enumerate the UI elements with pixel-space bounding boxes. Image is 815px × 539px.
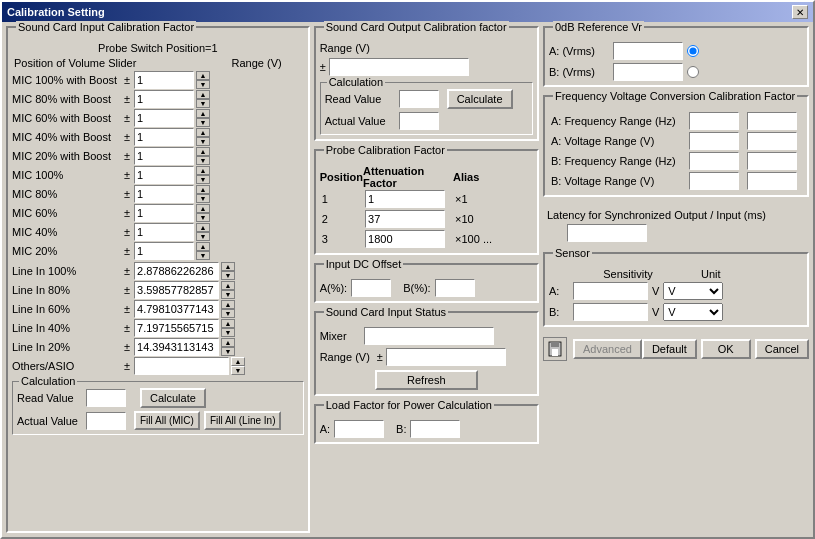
mic-value-3[interactable] <box>134 128 194 146</box>
output-range-value[interactable]: 2.79387831747 <box>329 58 469 76</box>
load-a-value[interactable]: 1 <box>334 420 384 438</box>
a-volt-v1[interactable]: 0 <box>689 132 739 150</box>
mic-spinner-8[interactable]: ▲ ▼ <box>196 223 210 241</box>
save-icon[interactable] <box>543 337 567 361</box>
b-freq-v2[interactable]: 10000 <box>747 152 797 170</box>
mic-spinner-3[interactable]: ▲ ▼ <box>196 128 210 146</box>
latency-value[interactable]: 5.07 <box>567 224 647 242</box>
probe-att-1[interactable] <box>365 210 445 228</box>
a-volt-v2[interactable]: 1 <box>747 132 797 150</box>
mic-value-1[interactable] <box>134 90 194 108</box>
line-spin-up-1[interactable]: ▲ <box>221 281 235 290</box>
mic-spin-up-8[interactable]: ▲ <box>196 223 210 232</box>
line-value-1[interactable] <box>134 281 219 299</box>
cancel-button[interactable]: Cancel <box>755 339 809 359</box>
odb-a-value[interactable]: 1e-005 <box>613 42 683 60</box>
ok-button[interactable]: OK <box>701 339 751 359</box>
calc-button[interactable]: Calculate <box>140 388 206 408</box>
actual-value-input[interactable]: 1 <box>86 412 126 430</box>
mic-value-2[interactable] <box>134 109 194 127</box>
mic-spin-up-4[interactable]: ▲ <box>196 147 210 156</box>
line-spinner-4[interactable]: ▲ ▼ <box>221 338 235 356</box>
fill-mic-button[interactable]: Fill All (MIC) <box>134 411 200 430</box>
mic-spinner-6[interactable]: ▲ ▼ <box>196 185 210 203</box>
refresh-button[interactable]: Refresh <box>375 370 478 390</box>
odb-b-value[interactable]: 1e-005 <box>613 63 683 81</box>
mic-spin-down-3[interactable]: ▼ <box>196 137 210 146</box>
mic-spinner-7[interactable]: ▲ ▼ <box>196 204 210 222</box>
line-spinner-2[interactable]: ▲ ▼ <box>221 300 235 318</box>
mic-spin-down-4[interactable]: ▼ <box>196 156 210 165</box>
mic-spinner-4[interactable]: ▲ ▼ <box>196 147 210 165</box>
mic-spin-down-8[interactable]: ▼ <box>196 232 210 241</box>
line-spin-up-0[interactable]: ▲ <box>221 262 235 271</box>
mic-spinner-5[interactable]: ▲ ▼ <box>196 166 210 184</box>
odb-a-radio[interactable] <box>687 45 699 57</box>
line-spinner-3[interactable]: ▲ ▼ <box>221 319 235 337</box>
mic-spinner-9[interactable]: ▲ ▼ <box>196 242 210 260</box>
mic-spin-down-0[interactable]: ▼ <box>196 80 210 89</box>
others-spin-up[interactable]: ▲ <box>231 357 245 366</box>
line-spin-down-4[interactable]: ▼ <box>221 347 235 356</box>
mic-value-4[interactable] <box>134 147 194 165</box>
mic-spin-down-9[interactable]: ▼ <box>196 251 210 260</box>
sensor-b-unit-select[interactable]: V <box>663 303 723 321</box>
mic-spin-up-2[interactable]: ▲ <box>196 109 210 118</box>
dc-a-value[interactable]: 0 <box>351 279 391 297</box>
mic-spin-up-6[interactable]: ▲ <box>196 185 210 194</box>
mic-spin-down-2[interactable]: ▼ <box>196 118 210 127</box>
sensor-a-unit-select[interactable]: V <box>663 282 723 300</box>
mic-value-7[interactable] <box>134 204 194 222</box>
others-spinner[interactable]: ▲ ▼ <box>231 357 245 375</box>
mic-spin-down-7[interactable]: ▼ <box>196 213 210 222</box>
line-value-0[interactable] <box>134 262 219 280</box>
mic-value-8[interactable] <box>134 223 194 241</box>
mic-spin-down-1[interactable]: ▼ <box>196 99 210 108</box>
output-actual-input[interactable]: 1 <box>399 112 439 130</box>
output-read-input[interactable]: 1 <box>399 90 439 108</box>
close-button[interactable]: ✕ <box>792 5 808 19</box>
mic-value-9[interactable] <box>134 242 194 260</box>
odb-b-radio[interactable] <box>687 66 699 78</box>
line-spin-up-3[interactable]: ▲ <box>221 319 235 328</box>
status-range-value[interactable]: 2.87886226286339 <box>386 348 506 366</box>
mic-spinner-2[interactable]: ▲ ▼ <box>196 109 210 127</box>
mic-value-6[interactable] <box>134 185 194 203</box>
output-calc-button[interactable]: Calculate <box>447 89 513 109</box>
mic-spin-up-9[interactable]: ▲ <box>196 242 210 251</box>
mic-spin-down-6[interactable]: ▼ <box>196 194 210 203</box>
others-value[interactable]: 2.87815255205 <box>134 357 229 375</box>
b-volt-v1[interactable]: 0 <box>689 172 739 190</box>
read-value-input[interactable]: 1 <box>86 389 126 407</box>
a-freq-v2[interactable]: 10000 <box>747 112 797 130</box>
line-value-3[interactable] <box>134 319 219 337</box>
mic-value-0[interactable] <box>134 71 194 89</box>
mic-spin-up-5[interactable]: ▲ <box>196 166 210 175</box>
mic-spinner-1[interactable]: ▲ ▼ <box>196 90 210 108</box>
sensor-b-value[interactable]: 1 <box>573 303 648 321</box>
a-freq-v1[interactable]: 0 <box>689 112 739 130</box>
line-spin-down-0[interactable]: ▼ <box>221 271 235 280</box>
line-value-4[interactable] <box>134 338 219 356</box>
line-spinner-1[interactable]: ▲ ▼ <box>221 281 235 299</box>
default-button[interactable]: Default <box>642 339 697 359</box>
mic-spin-up-7[interactable]: ▲ <box>196 204 210 213</box>
others-spin-down[interactable]: ▼ <box>231 366 245 375</box>
mixer-value[interactable]: Line In 100.0% <box>364 327 494 345</box>
dc-b-value[interactable]: 0 <box>435 279 475 297</box>
b-freq-v1[interactable]: 0 <box>689 152 739 170</box>
line-spin-down-2[interactable]: ▼ <box>221 309 235 318</box>
advanced-button[interactable]: Advanced <box>573 339 642 359</box>
b-volt-v2[interactable]: 1 <box>747 172 797 190</box>
line-spin-up-2[interactable]: ▲ <box>221 300 235 309</box>
probe-att-2[interactable] <box>365 230 445 248</box>
mic-spin-down-5[interactable]: ▼ <box>196 175 210 184</box>
mic-spinner-0[interactable]: ▲ ▼ <box>196 71 210 89</box>
line-spinner-0[interactable]: ▲ ▼ <box>221 262 235 280</box>
mic-spin-up-0[interactable]: ▲ <box>196 71 210 80</box>
mic-value-5[interactable] <box>134 166 194 184</box>
line-value-2[interactable] <box>134 300 219 318</box>
mic-spin-up-1[interactable]: ▲ <box>196 90 210 99</box>
line-spin-up-4[interactable]: ▲ <box>221 338 235 347</box>
fill-line-button[interactable]: Fill All (Line In) <box>204 411 282 430</box>
